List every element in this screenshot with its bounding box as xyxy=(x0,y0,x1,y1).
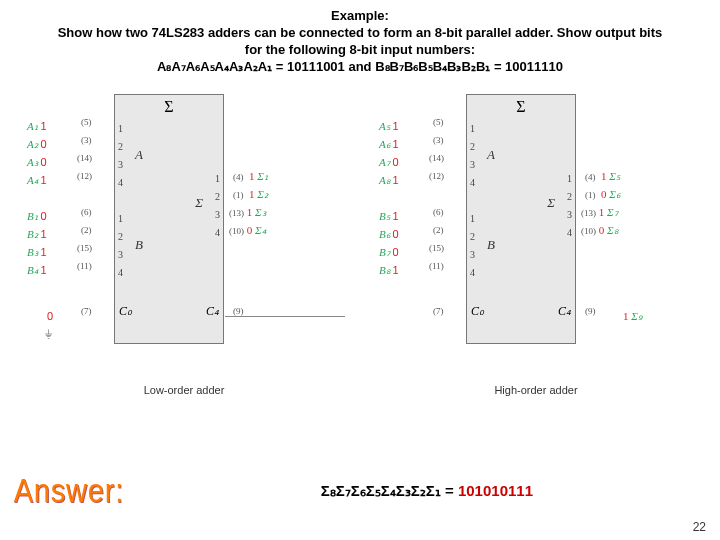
high-chip: Σ 1 2 3 4 1 2 3 4 1 2 3 4 A B Σ C₀ C₄ xyxy=(466,94,576,344)
low-order-adder: Σ 1 2 3 4 1 2 3 4 1 2 3 4 A B Σ C₀ C₄ A₁… xyxy=(19,84,349,404)
answer-wordart: Answer: xyxy=(14,471,124,510)
heading-title: Example: xyxy=(50,8,670,25)
answer-row: Answer: Σ₈Σ₇Σ₆Σ₅Σ₄Σ₃Σ₂Σ₁ = 101010111 xyxy=(0,471,720,510)
diagram-row: Σ 1 2 3 4 1 2 3 4 1 2 3 4 A B Σ C₀ C₄ A₁… xyxy=(0,80,720,404)
heading-line1: Show how two 74LS283 adders can be conne… xyxy=(50,25,670,59)
page-number: 22 xyxy=(693,520,706,534)
a1-label: A₁ 1 xyxy=(27,120,47,133)
high-order-adder: Σ 1 2 3 4 1 2 3 4 1 2 3 4 A B Σ C₀ C₄ A₅… xyxy=(371,84,701,404)
sigma-icon: Σ xyxy=(467,98,575,116)
c0-label: C₀ xyxy=(119,304,132,319)
sigma-icon: Σ xyxy=(115,98,223,116)
answer-text: Σ₈Σ₇Σ₆Σ₅Σ₄Σ₃Σ₂Σ₁ = 101010111 xyxy=(134,482,720,500)
carry-wire xyxy=(225,316,345,317)
example-heading: Example: Show how two 74LS283 adders can… xyxy=(0,0,720,80)
low-caption: Low-order adder xyxy=(19,384,349,396)
c4-label: C₄ xyxy=(206,304,219,319)
ground-icon: ⏚ xyxy=(45,326,52,340)
low-chip: Σ 1 2 3 4 1 2 3 4 1 2 3 4 A B Σ C₀ C₄ xyxy=(114,94,224,344)
heading-line2: A₈A₇A₆A₅A₄A₃A₂A₁ = 10111001 and B₈B₇B₆B₅… xyxy=(50,59,670,76)
high-caption: High-order adder xyxy=(371,384,701,396)
